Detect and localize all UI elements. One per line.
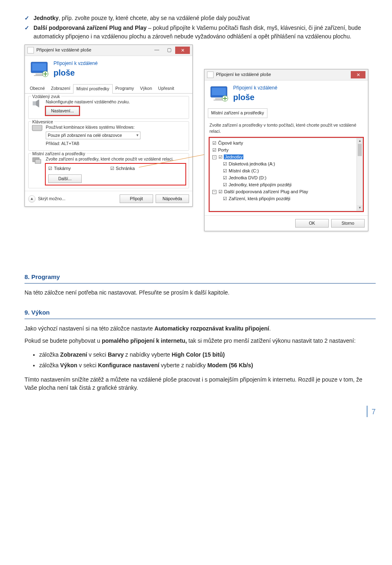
section-title: Programy (31, 273, 60, 280)
collapse-icon[interactable]: − (212, 190, 216, 194)
group-legend: Vzdálený zvuk (31, 94, 61, 100)
page-number: 7 (24, 406, 376, 417)
svg-rect-7 (32, 125, 42, 131)
devices-icon (32, 156, 42, 165)
tree-item: Disketová jednotka (A:) (211, 161, 362, 167)
section-8-paragraph: Na této záložce není potřeba nic nastavo… (24, 288, 376, 297)
tree-item: − ☑ Jednotky (211, 154, 362, 161)
collapse-icon[interactable]: − (212, 155, 216, 159)
settings-list: záložka Zobrazení v sekci Barvy z nabídk… (24, 351, 376, 370)
monitor-icon (31, 62, 49, 77)
tree-item: − Další podporovaná zařízení Plug and Pl… (211, 188, 362, 195)
section-9-heading: 9. Výkon (24, 308, 376, 319)
close-button[interactable]: ✕ (175, 47, 190, 54)
window-title: Připojení ke vzdálené ploše (216, 71, 271, 78)
scrollbar[interactable]: ▴ ▾ (356, 138, 363, 211)
section-9-p1: Jako výchozí nastavení si na této záložc… (24, 324, 376, 333)
list-item: záložka Výkon v sekci Konfigurace nastav… (39, 361, 376, 369)
list-item: záložka Zobrazení v sekci Barvy z nabídk… (39, 351, 376, 359)
section-9-p2: Pokud se budete pohybovat u pomalého při… (24, 337, 376, 345)
collapse-options-icon[interactable]: ▲ (28, 195, 36, 203)
bullet-jednotky: Jednotky, příp. zvolte pouze ty, které c… (24, 14, 376, 22)
scroll-thumb[interactable] (358, 144, 362, 156)
app-icon (27, 47, 34, 54)
app-header: Připojení k vzdálené ploše (205, 80, 368, 108)
group-vzdaleny-zvuk: Vzdálený zvuk Nakonfigurujte nastavení v… (28, 96, 189, 119)
page-number-bar (367, 406, 368, 417)
page-number-value: 7 (372, 406, 376, 417)
hide-options[interactable]: Skrýt možno... (38, 196, 65, 202)
check-clipboard[interactable]: Schránka (110, 165, 135, 172)
speaker-icon (32, 99, 42, 108)
titlebar: Připojení ke vzdálené ploše — ▢ ✕ (25, 45, 192, 56)
minimize-button[interactable]: — (151, 47, 163, 54)
tab-obecne[interactable]: Obecné (27, 84, 48, 93)
svg-rect-11 (212, 88, 226, 95)
audio-desc: Nakonfigurujte nastavení vzdáleného zvuk… (46, 99, 185, 105)
svg-rect-5 (33, 101, 36, 105)
maximize-button[interactable]: ▢ (163, 47, 175, 54)
tab-devices[interactable]: Místní zařízení a prostředky (208, 108, 267, 118)
audio-settings-button[interactable]: Nastavení... (46, 107, 79, 115)
monitor-icon (210, 86, 229, 102)
kbd-desc: Používat kombinace kláves systému Window… (46, 124, 185, 130)
more-devices-button[interactable]: Další... (48, 174, 82, 183)
devices-tree[interactable]: Čipové karty Porty − ☑ Jednotky Disketov… (209, 138, 363, 211)
tab-mistni-prostredky[interactable]: Místní prostředky (73, 84, 113, 93)
app-icon (207, 71, 214, 78)
devices-desc: Zvolte zařízení a prostředky v tomto poč… (209, 122, 363, 134)
close-button[interactable]: ✕ (351, 71, 365, 78)
bullet-plug-and-play: Další podporovaná zařízení Plug and Play… (24, 24, 376, 40)
bullet-text: , příp. zvolte pouze ty, které chcete, a… (58, 15, 249, 21)
section-8-heading: 8. Programy (24, 272, 376, 284)
bullet-label: Jednotky (33, 15, 58, 21)
app-line2: ploše (53, 67, 98, 79)
rdp-window-devices: Připojení ke vzdálené ploše ✕ Připojení … (204, 69, 368, 231)
group-mistni-zarizeni: Místní zařízení a prostředky Zvolte zaří… (28, 153, 189, 188)
svg-rect-9 (35, 159, 41, 163)
footer-bar: ▲ Skrýt možno... Připojit Nápověda (25, 191, 192, 206)
tabs-bar: Obecné Zobrazení Místní prostředky Progr… (25, 84, 192, 93)
connect-button[interactable]: Připojit (120, 194, 153, 203)
svg-rect-1 (32, 63, 46, 71)
section-title: Výkon (31, 309, 50, 316)
svg-rect-2 (36, 74, 43, 75)
svg-rect-12 (215, 98, 223, 100)
cancel-button[interactable]: Storno (331, 219, 365, 228)
group-klavesnice: Klávesnice Používat kombinace kláves sys… (28, 121, 189, 151)
tab-zobrazeni[interactable]: Zobrazení (48, 84, 74, 93)
screenshot-row: Připojení ke vzdálené ploše — ▢ ✕ Připoj… (24, 45, 376, 261)
check-printers[interactable]: Tiskárny (48, 165, 109, 172)
section-number: 9. (24, 309, 30, 316)
ok-button[interactable]: OK (295, 219, 329, 228)
tab-upresnit[interactable]: Upřesnit (155, 84, 177, 93)
tab-vykon[interactable]: Výkon (137, 84, 155, 93)
app-line2: ploše (233, 92, 277, 103)
scroll-down-icon[interactable]: ▾ (357, 205, 363, 211)
tree-item: Jednotky, které připojím později (211, 181, 362, 188)
app-line1: Připojení k vzdálené (53, 60, 98, 67)
tree-item: Porty (211, 147, 362, 154)
kbd-example: Příklad: ALT+TAB (46, 141, 185, 147)
footer-bar: OK Storno (205, 215, 368, 231)
tree-item: Jednotka DVD (D:) (211, 174, 362, 181)
section-number: 8. (24, 273, 30, 280)
window-title: Připojení ke vzdálené ploše (36, 47, 91, 54)
kbd-mode-select[interactable]: Pouze při zobrazení na celé obrazovce (46, 132, 140, 139)
dev-desc: Zvolte zařízení a prostředky, které chce… (46, 156, 185, 162)
keyboard-icon (32, 124, 42, 132)
help-button[interactable]: Nápověda (156, 194, 189, 203)
bullet-label: Další podporovaná zařízení Plug and Play (33, 25, 147, 31)
group-legend: Klávesnice (31, 119, 54, 125)
app-header: Připojení k vzdálené ploše (25, 56, 192, 84)
app-line1: Připojení k vzdálené (233, 85, 277, 92)
tree-item: Místní disk (C:) (211, 167, 362, 174)
tree-item: Čipové karty (211, 140, 362, 147)
tree-item: Zařízení, která připojím později (211, 195, 362, 202)
svg-marker-6 (36, 99, 39, 107)
rdp-window-settings: Připojení ke vzdálené ploše — ▢ ✕ Připoj… (24, 45, 193, 207)
section-9-p3: Tímto nastavením snížíte zátěž a můžete … (24, 375, 376, 392)
group-legend: Místní zařízení a prostředky (31, 151, 87, 157)
tab-programy[interactable]: Programy (112, 84, 138, 93)
scroll-up-icon[interactable]: ▴ (357, 138, 363, 144)
